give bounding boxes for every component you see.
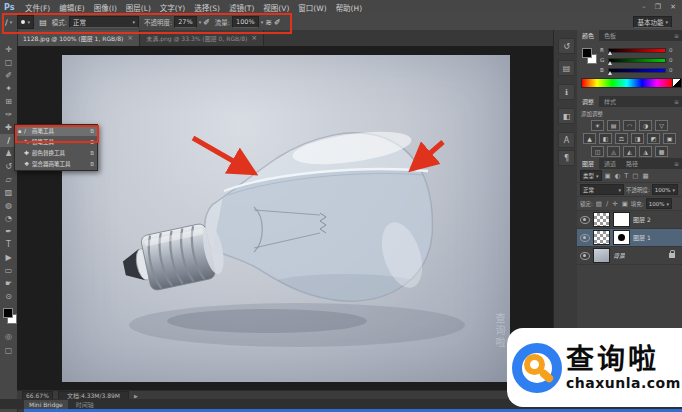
lock-pixels-icon[interactable]: ∕ <box>605 200 609 208</box>
move-tool[interactable]: ✛ <box>0 43 17 56</box>
marquee-tool[interactable]: ▢ <box>0 56 17 69</box>
slider-handle[interactable] <box>608 51 612 55</box>
layer-row-1[interactable]: 图层 1 <box>577 229 682 247</box>
canvas-area[interactable]: 查询啦 <box>17 46 553 390</box>
character-panel-icon[interactable]: A <box>558 132 575 148</box>
color-swatch-pair[interactable] <box>581 47 597 65</box>
menu-window[interactable]: 窗口(W) <box>294 2 331 13</box>
styles-panel-icon[interactable]: ◧ <box>558 108 575 124</box>
history-panel-icon[interactable]: ↺ <box>558 38 575 54</box>
blue-slider[interactable] <box>608 68 666 73</box>
filter-adjustment-layers-icon[interactable]: ◐ <box>614 172 622 180</box>
filter-type-layers-icon[interactable]: T <box>623 172 629 180</box>
shape-tool[interactable]: ▭ <box>0 264 17 277</box>
mini-bridge-tab[interactable]: Mini Bridge <box>24 400 68 409</box>
menu-select[interactable]: 选择(S) <box>190 2 225 13</box>
menu-edit[interactable]: 编辑(E) <box>55 2 90 13</box>
curves-icon[interactable]: ◠ <box>623 120 636 131</box>
paragraph-panel-icon[interactable]: ¶ <box>558 150 575 166</box>
tab-styles[interactable]: 样式 <box>599 96 621 107</box>
layer-blend-mode-select[interactable]: 正常 ▾ <box>580 184 624 195</box>
layer-mask-thumbnail[interactable] <box>613 230 630 245</box>
document-image[interactable]: 查询啦 <box>62 55 510 382</box>
blur-tool[interactable]: ◍ <box>0 199 17 212</box>
timeline-tab[interactable]: 时间轴 <box>76 400 94 409</box>
green-value[interactable]: 0 <box>669 57 673 63</box>
menu-file[interactable]: 文件(F) <box>20 2 54 13</box>
threshold-icon[interactable]: ◭ <box>623 146 636 157</box>
hue-saturation-icon[interactable]: ▲ <box>583 133 596 144</box>
selective-color-icon[interactable]: ▩ <box>655 146 668 157</box>
visibility-eye-icon[interactable] <box>580 216 590 224</box>
layer-fill-input[interactable]: 100% ▾ <box>646 198 672 209</box>
black-white-icon[interactable]: ⚖ <box>615 133 628 144</box>
foreground-background-swatches[interactable] <box>2 308 16 324</box>
filter-type-select[interactable]: 类型 ▾ <box>580 170 602 181</box>
exposure-icon[interactable]: ◑ <box>639 120 652 131</box>
foreground-color-swatch[interactable] <box>3 308 13 318</box>
layer-name[interactable]: 图层 2 <box>633 215 651 224</box>
color-spectrum-ramp[interactable] <box>581 78 673 88</box>
tab-channels[interactable]: 通道 <box>599 158 621 169</box>
visibility-eye-icon[interactable] <box>580 252 590 260</box>
tab-adjustments[interactable]: 调整 <box>577 96 599 107</box>
photo-filter-icon[interactable]: ◨ <box>631 133 644 144</box>
hand-tool[interactable]: ☛ <box>0 277 17 290</box>
eyedropper-tool[interactable]: ✑ <box>0 108 17 121</box>
filter-pixel-layers-icon[interactable]: ▣ <box>604 172 612 180</box>
screen-mode-icon[interactable]: ▢ <box>0 344 17 356</box>
lasso-tool[interactable]: ✐ <box>0 69 17 82</box>
black-white-ramp[interactable] <box>672 78 682 88</box>
info-panel-icon[interactable]: ℹ <box>558 84 575 100</box>
layer-mask-thumbnail[interactable] <box>613 212 630 227</box>
red-value[interactable]: 0 <box>669 47 673 53</box>
background-layer-row[interactable]: 背景 <box>577 247 682 265</box>
posterize-icon[interactable]: ◬ <box>607 146 620 157</box>
restore-button[interactable]: ❐ <box>655 3 661 11</box>
menu-view[interactable]: 视图(V) <box>259 2 294 13</box>
red-slider[interactable] <box>608 48 666 53</box>
channel-mixer-icon[interactable]: ◩ <box>647 133 660 144</box>
dodge-tool[interactable]: ◔ <box>0 212 17 225</box>
layer-thumbnail[interactable] <box>593 230 610 245</box>
brightness-contrast-icon[interactable]: ☀ <box>591 120 604 131</box>
minimize-button[interactable]: – <box>642 3 646 11</box>
panel-menu-icon[interactable]: ≡ <box>674 32 682 39</box>
eraser-tool[interactable]: ▱ <box>0 173 17 186</box>
properties-panel-icon[interactable]: ▤ <box>558 60 575 76</box>
zoom-tool[interactable]: ⊙ <box>0 290 17 303</box>
panel-menu-icon[interactable]: ≡ <box>674 160 682 167</box>
status-flyout-arrow-icon[interactable]: ▶ <box>134 393 138 399</box>
type-tool[interactable]: T <box>0 238 17 251</box>
filter-shape-layers-icon[interactable]: ▢ <box>631 172 639 180</box>
layer-name[interactable]: 图层 1 <box>633 233 651 242</box>
tab-color[interactable]: 颜色 <box>577 30 599 41</box>
menu-type[interactable]: 文字(Y) <box>155 2 189 13</box>
close-button[interactable]: ✕ <box>670 3 676 11</box>
flyout-item-mixer-brush-tool[interactable]: ❖ 混合器画笔工具 B <box>15 158 97 169</box>
slider-handle[interactable] <box>608 71 612 75</box>
tab-paths[interactable]: 路径 <box>621 158 643 169</box>
workspace-switcher[interactable]: 基本功能 ▾ <box>633 16 672 28</box>
tab-layers[interactable]: 图层 <box>577 158 599 169</box>
vibrance-icon[interactable]: ▽ <box>655 120 668 131</box>
layer-name[interactable]: 背景 <box>613 251 625 260</box>
layer-thumbnail[interactable] <box>593 212 610 227</box>
menu-image[interactable]: 图像(I) <box>89 2 121 13</box>
quick-select-tool[interactable]: ✦ <box>0 82 17 95</box>
visibility-eye-icon[interactable] <box>580 234 590 242</box>
panel-menu-icon[interactable]: ≡ <box>674 98 682 105</box>
invert-icon[interactable]: ◫ <box>591 146 604 157</box>
lock-transparency-icon[interactable]: ▨ <box>595 200 603 208</box>
gradient-map-icon[interactable]: ◮ <box>639 146 652 157</box>
close-icon[interactable]: × <box>251 34 257 42</box>
layer-opacity-input[interactable]: 100% ▾ <box>652 184 678 195</box>
crop-tool[interactable]: ⊞ <box>0 95 17 108</box>
tab-swatches[interactable]: 色板 <box>599 30 621 41</box>
blue-value[interactable]: 0 <box>669 67 673 73</box>
close-icon[interactable]: × <box>127 34 133 42</box>
slider-handle[interactable] <box>608 61 612 65</box>
pen-tool[interactable]: ✒ <box>0 225 17 238</box>
flyout-item-color-replacement-tool[interactable]: ✚ 颜色替换工具 B <box>15 147 97 158</box>
gradient-tool[interactable]: ▨ <box>0 186 17 199</box>
